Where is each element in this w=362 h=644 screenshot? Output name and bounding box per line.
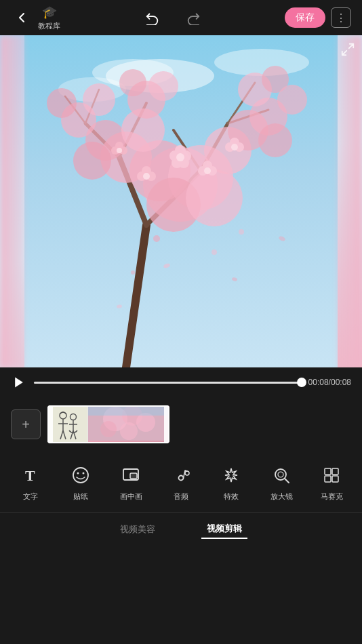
effects-tool[interactable]: 特效 <box>211 463 252 502</box>
text-tool[interactable]: T 文字 <box>10 463 51 502</box>
clip-handle-left[interactable] <box>47 405 53 443</box>
svg-point-92 <box>179 475 184 480</box>
svg-rect-97 <box>325 468 331 475</box>
mosaic-tool-label: 马赛克 <box>321 491 343 502</box>
cherry-center <box>24 35 338 367</box>
save-button[interactable]: 保存 <box>285 7 325 28</box>
svg-point-43 <box>176 153 184 161</box>
fullscreen-button[interactable] <box>340 42 355 60</box>
svg-rect-99 <box>325 476 331 482</box>
play-button[interactable] <box>11 374 27 390</box>
text-icon: T <box>18 463 43 487</box>
magnifier-tool-label: 放大镜 <box>270 491 293 502</box>
svg-line-95 <box>285 479 289 483</box>
bottom-tab-bar: 视频美容 视频剪辑 <box>0 512 362 545</box>
svg-point-89 <box>83 472 85 474</box>
svg-rect-98 <box>332 468 338 475</box>
tutorial-label: 教程库 <box>38 21 60 31</box>
mosaic-tool[interactable]: 马赛克 <box>311 463 352 502</box>
progress-fill <box>34 382 302 384</box>
svg-point-84 <box>120 422 138 440</box>
side-blur-right <box>338 35 362 367</box>
top-right-group: 保存 ⋮ <box>285 7 351 28</box>
pip-tool[interactable]: 画中画 <box>110 463 151 502</box>
svg-point-61 <box>212 249 217 255</box>
svg-point-82 <box>136 413 155 432</box>
audio-tool[interactable]: 音频 <box>161 463 201 502</box>
svg-rect-91 <box>130 473 137 479</box>
svg-point-24 <box>73 142 111 180</box>
undo-button[interactable] <box>140 5 165 30</box>
progress-track[interactable] <box>34 382 302 384</box>
svg-text:T: T <box>25 467 35 484</box>
progress-thumb[interactable] <box>297 378 306 387</box>
clip-handle-right[interactable] <box>164 405 169 443</box>
audio-tool-label: 音频 <box>174 491 188 502</box>
clip-thumb-left <box>47 405 88 443</box>
sticker-tool-label: 贴纸 <box>73 491 88 502</box>
svg-point-83 <box>100 421 117 437</box>
svg-point-47 <box>143 173 150 180</box>
clip-thumbnail <box>47 405 169 443</box>
audio-icon <box>169 463 193 487</box>
effects-icon <box>219 463 243 487</box>
svg-point-87 <box>73 468 88 483</box>
svg-point-30 <box>47 88 77 118</box>
tab-video-beauty[interactable]: 视频美容 <box>115 521 161 538</box>
sticker-icon <box>68 463 93 487</box>
text-tool-label: 文字 <box>23 491 38 502</box>
side-blur-left <box>0 35 24 367</box>
more-button[interactable]: ⋮ <box>331 7 351 28</box>
pip-icon <box>119 463 143 487</box>
svg-point-51 <box>204 167 211 174</box>
svg-point-88 <box>77 472 79 474</box>
svg-rect-68 <box>49 407 87 442</box>
svg-point-59 <box>231 144 238 150</box>
video-preview <box>0 35 362 367</box>
progress-area: 00:08/00:08 <box>0 367 362 397</box>
mosaic-icon <box>319 463 344 487</box>
mortarboard-icon: 🎓 <box>42 5 57 20</box>
effects-tool-label: 特效 <box>224 491 239 502</box>
svg-rect-85 <box>88 405 169 416</box>
tab-video-edit[interactable]: 视频剪辑 <box>201 520 247 539</box>
clip-strip[interactable] <box>47 405 169 443</box>
svg-point-31 <box>83 83 115 116</box>
pip-tool-label: 画中画 <box>120 491 142 502</box>
svg-point-63 <box>239 229 244 235</box>
svg-point-33 <box>148 71 178 101</box>
add-clip-button[interactable]: + <box>11 409 41 439</box>
svg-point-96 <box>278 472 283 477</box>
more-icon: ⋮ <box>336 12 346 24</box>
top-left-group: 🎓 教程库 <box>11 5 60 31</box>
svg-point-37 <box>277 85 307 115</box>
clip-thumb-right <box>88 405 169 443</box>
magnifier-tool[interactable]: 放大镜 <box>261 463 302 502</box>
sticker-tool[interactable]: 贴纸 <box>60 463 101 502</box>
back-button[interactable] <box>11 7 33 28</box>
svg-point-20 <box>186 169 243 226</box>
time-display: 00:08/00:08 <box>308 378 351 387</box>
svg-point-62 <box>131 270 135 275</box>
tutorial-button[interactable]: 🎓 教程库 <box>38 5 60 31</box>
svg-point-93 <box>185 471 189 475</box>
magnifier-icon <box>269 463 294 487</box>
plus-icon: + <box>22 417 30 432</box>
svg-rect-100 <box>332 476 338 482</box>
toolbar: T 文字 贴纸 画中画 <box>0 451 362 512</box>
svg-point-34 <box>119 69 146 96</box>
svg-point-3 <box>214 49 309 76</box>
redo-button[interactable] <box>181 5 205 30</box>
top-center-group <box>140 5 205 30</box>
top-bar: 🎓 教程库 保存 ⋮ <box>0 0 362 35</box>
svg-point-55 <box>117 148 122 153</box>
svg-point-28 <box>258 123 292 157</box>
timeline-area: + <box>0 397 362 451</box>
svg-point-60 <box>153 235 160 242</box>
